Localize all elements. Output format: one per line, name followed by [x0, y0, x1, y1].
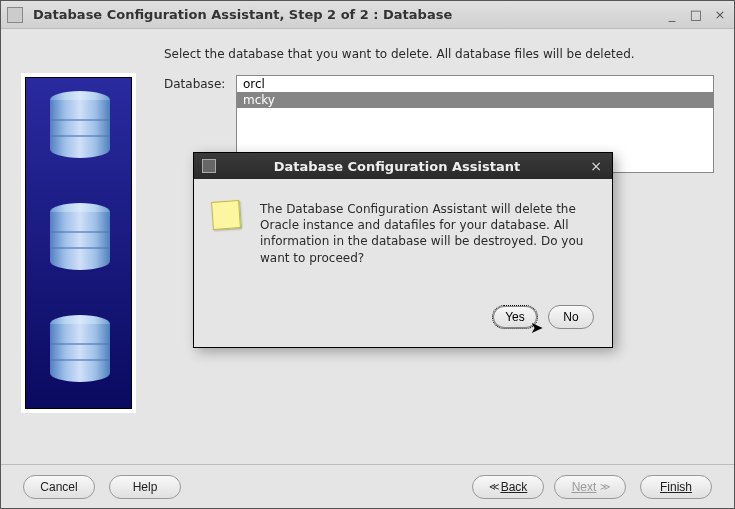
- list-item[interactable]: mcky: [237, 92, 713, 108]
- dialog-close-button[interactable]: ×: [588, 158, 604, 174]
- wizard-graphic: [21, 73, 136, 413]
- chevron-right-icon: ≫: [600, 481, 608, 492]
- back-button[interactable]: ≪ Back: [472, 475, 544, 499]
- next-button: Next ≫: [554, 475, 626, 499]
- window-title: Database Configuration Assistant, Step 2…: [33, 7, 664, 22]
- yes-button[interactable]: Yes: [492, 305, 538, 329]
- dialog-titlebar: Database Configuration Assistant ×: [194, 153, 612, 179]
- maximize-button[interactable]: □: [688, 7, 704, 23]
- cancel-button[interactable]: Cancel: [23, 475, 95, 499]
- confirm-dialog: Database Configuration Assistant × The D…: [193, 152, 613, 348]
- help-button[interactable]: Help: [109, 475, 181, 499]
- database-label: Database:: [164, 75, 236, 91]
- wizard-footer: Cancel Help ≪ Back Next ≫ Finish: [1, 464, 734, 508]
- dialog-title: Database Configuration Assistant: [226, 159, 588, 174]
- chevron-left-icon: ≪: [489, 481, 497, 492]
- instruction-text: Select the database that you want to del…: [164, 47, 714, 61]
- list-item[interactable]: orcl: [237, 76, 713, 92]
- minimize-button[interactable]: _: [664, 7, 680, 23]
- dialog-icon: [202, 159, 216, 173]
- no-button[interactable]: No: [548, 305, 594, 329]
- app-icon: [7, 7, 23, 23]
- note-icon: [211, 200, 241, 230]
- titlebar: Database Configuration Assistant, Step 2…: [1, 1, 734, 29]
- close-button[interactable]: ×: [712, 7, 728, 23]
- window-controls: _ □ ×: [664, 7, 728, 23]
- finish-button[interactable]: Finish: [640, 475, 712, 499]
- dialog-message: The Database Configuration Assistant wil…: [260, 201, 594, 295]
